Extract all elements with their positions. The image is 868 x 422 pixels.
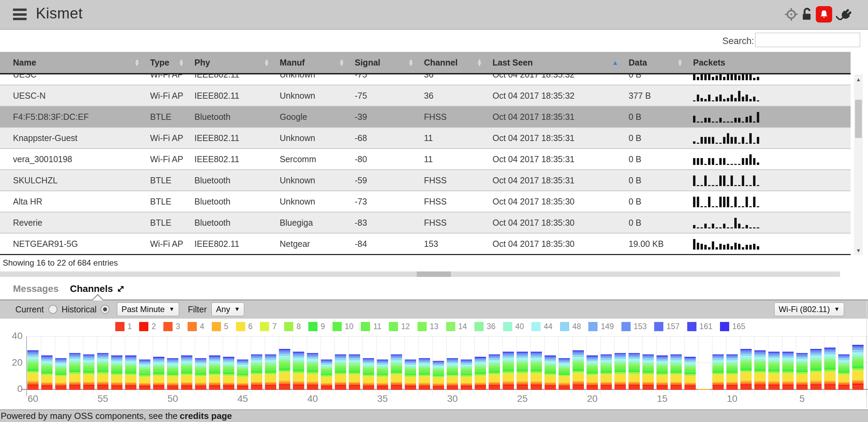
column-header-name[interactable]: Name▲▼ bbox=[0, 52, 150, 73]
stacked-bar[interactable] bbox=[838, 354, 850, 390]
stacked-bar[interactable] bbox=[726, 354, 738, 390]
stacked-bar[interactable] bbox=[782, 352, 794, 390]
stacked-bar[interactable] bbox=[517, 352, 528, 390]
column-header-data[interactable]: Data▲▼ bbox=[629, 52, 693, 73]
gps-crosshair-icon[interactable] bbox=[783, 6, 799, 23]
current-radio[interactable] bbox=[48, 305, 57, 314]
stacked-bar[interactable] bbox=[754, 350, 766, 390]
unlock-icon[interactable] bbox=[799, 6, 815, 23]
tab-messages[interactable]: Messages bbox=[13, 283, 59, 294]
stacked-bar[interactable] bbox=[363, 358, 374, 390]
sort-icons[interactable]: ▲▼ bbox=[339, 59, 344, 66]
stacked-bar[interactable] bbox=[293, 352, 304, 390]
stacked-bar[interactable] bbox=[251, 354, 262, 390]
stacked-bar[interactable] bbox=[796, 353, 808, 390]
stacked-bar[interactable] bbox=[545, 355, 556, 390]
stacked-bar[interactable] bbox=[671, 354, 682, 390]
stacked-bar[interactable] bbox=[83, 354, 94, 390]
table-row[interactable]: F4:F5:D8:3F:DC:EFBTLEBluetoothGoogle-39F… bbox=[0, 107, 851, 128]
stacked-bar[interactable] bbox=[531, 352, 542, 390]
stacked-bar[interactable] bbox=[237, 360, 248, 390]
stacked-bar[interactable] bbox=[377, 360, 388, 390]
plug-icon[interactable] bbox=[836, 6, 852, 23]
table-row[interactable]: UESCWi-Fi APIEEE802.11Unknown-7536Oct 04… bbox=[0, 74, 851, 85]
table-row[interactable]: vera_30010198Wi-Fi APIEEE802.11Sercomm-8… bbox=[0, 149, 851, 170]
sort-asc-icon[interactable]: ▲ bbox=[612, 59, 618, 66]
sort-icons[interactable]: ▲▼ bbox=[677, 59, 683, 66]
stacked-bar[interactable] bbox=[712, 354, 724, 390]
stacked-bar[interactable] bbox=[41, 355, 53, 390]
search-input[interactable] bbox=[755, 33, 860, 47]
splitter-grip[interactable] bbox=[417, 271, 451, 277]
stacked-bar[interactable] bbox=[69, 353, 80, 390]
tab-channels[interactable]: Channels bbox=[70, 283, 125, 294]
stacked-bar[interactable] bbox=[615, 353, 626, 390]
table-row[interactable]: Knappster-GuestWi-Fi APIEEE802.11Unknown… bbox=[0, 128, 851, 149]
menu-icon[interactable] bbox=[13, 9, 27, 20]
stacked-bar[interactable] bbox=[629, 353, 640, 390]
alert-bell-icon[interactable] bbox=[816, 6, 832, 23]
stacked-bar[interactable] bbox=[139, 360, 150, 390]
stacked-bar[interactable] bbox=[125, 355, 136, 390]
stacked-bar[interactable] bbox=[852, 345, 864, 390]
stacked-bar[interactable] bbox=[391, 354, 402, 390]
column-header-last-seen[interactable]: Last Seen▲ bbox=[492, 52, 629, 73]
credits-link[interactable]: credits page bbox=[180, 411, 232, 421]
stacked-bar[interactable] bbox=[824, 348, 836, 390]
stacked-bar[interactable] bbox=[265, 354, 276, 390]
sort-icons[interactable]: ▲▼ bbox=[476, 59, 482, 66]
stacked-bar[interactable] bbox=[489, 354, 500, 390]
stacked-bar[interactable] bbox=[55, 358, 67, 390]
column-header-phy[interactable]: Phy▲▼ bbox=[194, 52, 280, 73]
panel-splitter[interactable] bbox=[0, 271, 840, 277]
sort-icons[interactable]: ▲▼ bbox=[178, 59, 184, 66]
column-header-channel[interactable]: Channel▲▼ bbox=[424, 52, 492, 73]
table-row[interactable]: Alta HRBTLEBluetoothUnknown-73FHSSOct 04… bbox=[0, 191, 851, 212]
stacked-bar[interactable] bbox=[335, 354, 346, 390]
stacked-bar[interactable] bbox=[307, 353, 318, 390]
stacked-bar[interactable] bbox=[657, 355, 668, 390]
stacked-bar[interactable] bbox=[685, 357, 696, 390]
historical-radio[interactable] bbox=[101, 305, 109, 314]
stacked-bar[interactable] bbox=[587, 355, 598, 390]
stacked-bar[interactable] bbox=[419, 358, 430, 390]
table-row[interactable]: UESC-NWi-Fi APIEEE802.11Unknown-7536Oct … bbox=[0, 85, 851, 107]
time-range-select[interactable]: Past Minute▼ bbox=[117, 303, 179, 316]
table-row[interactable]: SKULCHZLBTLEBluetoothUnknown-59FHSSOct 0… bbox=[0, 170, 851, 191]
table-row[interactable]: NETGEAR91-5GWi-Fi APIEEE802.11Netgear-84… bbox=[0, 234, 851, 254]
phy-select[interactable]: Wi-Fi (802.11)▼ bbox=[774, 303, 844, 316]
stacked-bar[interactable] bbox=[740, 349, 752, 390]
stacked-bar[interactable] bbox=[321, 360, 332, 390]
table-scrollbar[interactable]: ▲ ▼ bbox=[854, 74, 863, 255]
stacked-bar[interactable] bbox=[181, 355, 192, 390]
stacked-bar[interactable] bbox=[153, 357, 164, 390]
stacked-bar[interactable] bbox=[475, 357, 486, 390]
stacked-bar[interactable] bbox=[195, 358, 206, 390]
stacked-bar[interactable] bbox=[27, 350, 39, 390]
stacked-bar[interactable] bbox=[279, 349, 290, 390]
stacked-bar[interactable] bbox=[223, 357, 234, 390]
expand-icon[interactable] bbox=[116, 284, 125, 293]
stacked-bar[interactable] bbox=[643, 354, 654, 390]
sort-icons[interactable]: ▲▼ bbox=[264, 59, 269, 66]
column-header-manuf[interactable]: Manuf▲▼ bbox=[280, 52, 355, 73]
scroll-down-icon[interactable]: ▼ bbox=[854, 245, 863, 255]
stacked-bar[interactable] bbox=[601, 354, 612, 390]
stacked-bar[interactable] bbox=[111, 355, 122, 390]
table-row[interactable]: ReverieBTLEBluetoothBluegiga-83FHSSOct 0… bbox=[0, 212, 851, 234]
stacked-bar[interactable] bbox=[405, 360, 416, 390]
stacked-bar[interactable] bbox=[503, 352, 514, 390]
stacked-bar[interactable] bbox=[433, 361, 444, 390]
stacked-bar[interactable] bbox=[447, 358, 458, 390]
stacked-bar[interactable] bbox=[349, 354, 360, 390]
column-header-type[interactable]: Type▲▼ bbox=[150, 52, 194, 73]
stacked-bar[interactable] bbox=[573, 350, 584, 390]
stacked-bar[interactable] bbox=[167, 358, 178, 390]
stacked-bar[interactable] bbox=[209, 355, 220, 390]
stacked-bar[interactable] bbox=[97, 353, 108, 390]
filter-select[interactable]: Any▼ bbox=[211, 303, 244, 316]
scroll-up-icon[interactable]: ▲ bbox=[854, 74, 863, 84]
sort-icons[interactable]: ▲▼ bbox=[134, 59, 140, 66]
stacked-bar[interactable] bbox=[810, 349, 822, 390]
scrollbar-thumb[interactable] bbox=[855, 100, 862, 138]
